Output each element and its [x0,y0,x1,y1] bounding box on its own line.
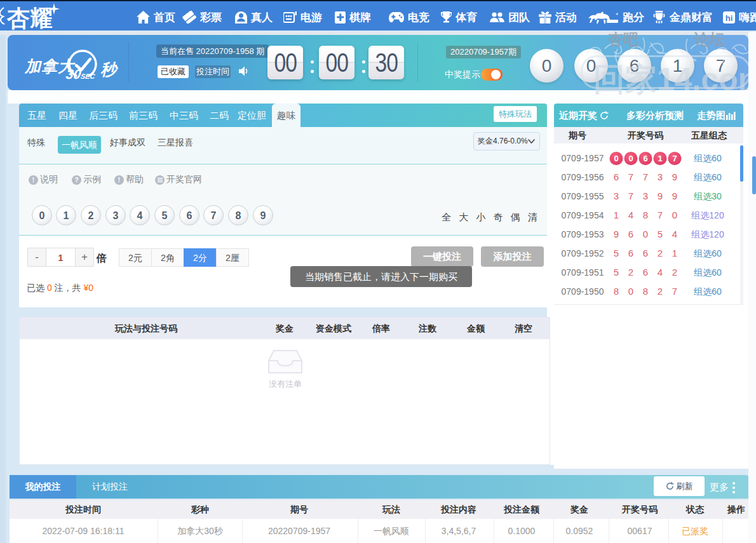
svg-text:hi: hi [726,13,733,22]
